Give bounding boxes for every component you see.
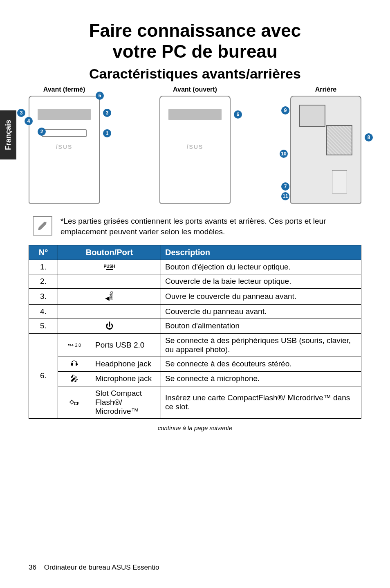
callout-3-right: 3 (103, 109, 111, 117)
expansion-slots (332, 170, 347, 193)
table-row: 🎤︎ Microphone jack Se connecte à microph… (29, 371, 361, 386)
cell-num: 5. (29, 319, 58, 333)
table-row: 5. ⏻ Bouton d'alimentation (29, 319, 361, 333)
th-button: Bouton/Port (58, 245, 161, 260)
note-icon (33, 216, 52, 236)
page-title: Faire connaissance avec votre PC de bure… (29, 20, 361, 62)
io-panel (326, 125, 352, 155)
cell-desc: Se connecte à des écouteurs stéréo. (161, 357, 361, 371)
diagram-front-open: Avant (ouvert) /SUS 6 (159, 86, 231, 204)
note-text: *Les parties grisées contiennent les por… (61, 216, 357, 237)
callout-8: 8 (365, 133, 373, 141)
power-icon: ⏻ (58, 319, 161, 333)
cell-desc: Insérez une carte CompactFlash®/ Microdr… (161, 386, 361, 418)
empty-icon (58, 274, 161, 289)
cell-num: 1. (29, 260, 58, 274)
note-row: *Les parties grisées contiennent les por… (33, 216, 357, 237)
microphone-icon: 🎤︎ (58, 371, 91, 386)
cell-portname: Microphone jack (91, 371, 161, 386)
section-heading: Caractéristiques avants/arrières (29, 66, 361, 82)
callout-10: 10 (280, 150, 288, 158)
cell-desc: Se connecte à microphone. (161, 371, 361, 386)
front-closed-grey-area (38, 109, 91, 120)
open-icon: ◀Open (58, 289, 161, 304)
usb-icon: •⇔ 2.0 (58, 333, 91, 357)
footer: 36 Ordinateur de bureau ASUS Essentio (29, 560, 361, 572)
table-row: 4. Couvercle du panneau avant. (29, 304, 361, 319)
table-row: 1. PUSH Bouton d'éjection du lecteur opt… (29, 260, 361, 274)
front-open-grey-area (168, 109, 222, 120)
diagram-front-closed: Avant (fermé) /SUS 5 3 3 4 2 1 (29, 86, 100, 204)
cell-portname: Ports USB 2.0 (91, 333, 161, 357)
cell-num-6: 6. (29, 333, 58, 418)
title-line1: Faire connaissance avec (89, 20, 301, 40)
diagram-label-front-open: Avant (ouvert) (173, 86, 217, 93)
push-icon: PUSH (58, 260, 161, 274)
cell-desc: Couvercle du panneau avant. (161, 304, 361, 319)
cf-icon: ◇CF (58, 386, 91, 418)
tower-box: /SUS 5 3 3 4 2 1 (29, 96, 100, 204)
odd-cover (42, 129, 87, 137)
callout-11: 11 (281, 192, 289, 200)
asus-logo: /SUS (29, 144, 99, 150)
footer-text: Ordinateur de bureau ASUS Essentio (44, 563, 159, 571)
callout-1: 1 (103, 129, 111, 137)
tower-front-open: /SUS 6 (159, 96, 231, 204)
table-header-row: N° Bouton/Port Description (29, 245, 361, 260)
table-row: 🎧︎ Headphone jack Se connecte à des écou… (29, 357, 361, 371)
callout-3-left: 3 (17, 109, 25, 117)
cell-num: 4. (29, 304, 58, 319)
th-num: N° (29, 245, 58, 260)
cell-desc: Ouvre le couvercle du panneau avant. (161, 289, 361, 304)
cell-num: 3. (29, 289, 58, 304)
asus-logo-open: /SUS (160, 144, 230, 150)
cell-desc: Bouton d'alimentation (161, 319, 361, 333)
title-line2: votre PC de bureau (112, 41, 277, 61)
tower-front-closed: /SUS 5 3 3 4 2 1 (29, 96, 100, 204)
footer-page-number: 36 (29, 563, 36, 571)
cell-portname: Headphone jack (91, 357, 161, 371)
table-row: 2. Couvercle de la baie lecteur optique. (29, 274, 361, 289)
diagram-rear: Arrière 9 8 10 7 11 (290, 86, 361, 204)
cell-num: 2. (29, 274, 58, 289)
callout-4: 4 (25, 117, 33, 125)
th-desc: Description (161, 245, 361, 260)
table-row: 6. •⇔ 2.0 Ports USB 2.0 Se connecte à de… (29, 333, 361, 357)
diagram-label-rear: Arrière (315, 86, 336, 93)
callout-9: 9 (281, 106, 289, 114)
headphone-icon: 🎧︎ (58, 357, 91, 371)
table-row: 3. ◀Open Ouvre le couvercle du panneau a… (29, 289, 361, 304)
callout-5: 5 (96, 92, 104, 100)
tower-rear: 9 8 10 7 11 (290, 96, 361, 204)
callout-7: 7 (281, 182, 289, 191)
diagrams-row: Avant (fermé) /SUS 5 3 3 4 2 1 Avant (ou… (29, 86, 361, 204)
empty-icon (58, 304, 161, 319)
cell-desc: Couvercle de la baie lecteur optique. (161, 274, 361, 289)
cell-desc: Bouton d'éjection du lecteur optique. (161, 260, 361, 274)
diagram-label-front-closed: Avant (fermé) (43, 86, 85, 93)
callout-6: 6 (234, 110, 242, 119)
port-table: N° Bouton/Port Description 1. PUSH Bouto… (29, 245, 361, 418)
psu-area (299, 105, 325, 127)
table-row: ◇CF Slot Compact Flash®/ Microdrive™ Ins… (29, 386, 361, 418)
tower-box-open: /SUS 6 (159, 96, 231, 204)
cell-portname: Slot Compact Flash®/ Microdrive™ (91, 386, 161, 418)
cell-desc: Se connecte à des périphériques USB (sou… (161, 333, 361, 357)
tower-box-rear: 9 8 10 7 11 (290, 96, 361, 204)
continue-note: continue à la page suivante (29, 424, 361, 431)
